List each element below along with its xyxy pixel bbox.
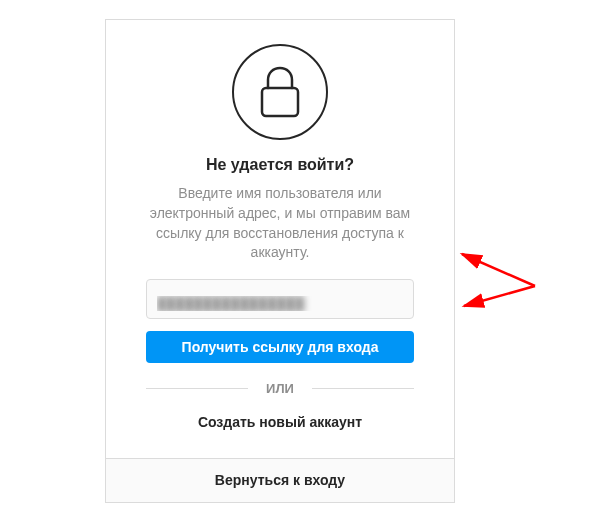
svg-line-2 <box>464 286 535 306</box>
or-divider: ИЛИ <box>146 381 414 396</box>
svg-line-1 <box>462 254 535 286</box>
lock-icon <box>258 64 302 120</box>
login-help-card: Не удается войти? Введите имя пользовате… <box>105 19 455 458</box>
send-link-button[interactable]: Получить ссылку для входа <box>146 331 414 363</box>
divider-line-left <box>146 388 248 389</box>
back-to-login-card: Вернуться к входу <box>105 459 455 503</box>
divider-label: ИЛИ <box>248 381 312 396</box>
identifier-input[interactable] <box>146 279 414 319</box>
identifier-input-wrap: Эл. адрес, телефон или имя пользователя <box>146 279 414 319</box>
page-heading: Не удается войти? <box>206 156 354 174</box>
lock-icon-circle <box>232 44 328 140</box>
back-to-login-link[interactable]: Вернуться к входу <box>215 472 345 488</box>
create-account-link[interactable]: Создать новый аккаунт <box>198 414 362 430</box>
login-help-wrapper: Не удается войти? Введите имя пользовате… <box>105 19 455 502</box>
svg-rect-0 <box>262 88 298 116</box>
instruction-text: Введите имя пользователя или электронный… <box>146 184 414 262</box>
divider-line-right <box>312 388 414 389</box>
